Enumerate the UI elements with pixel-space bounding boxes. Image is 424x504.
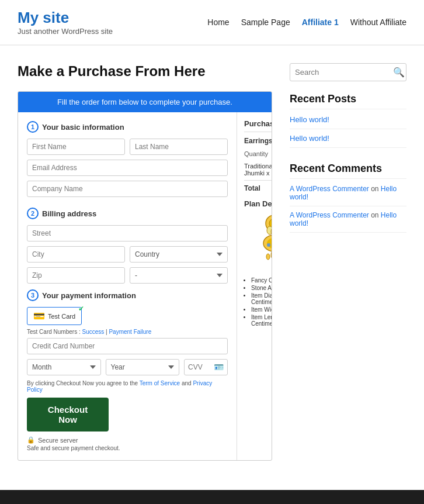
city-country-row: Country bbox=[27, 246, 228, 263]
recent-posts-section: Recent Posts Hello world! Hello world! bbox=[290, 93, 406, 148]
earring-image bbox=[253, 213, 273, 277]
cvv-input[interactable] bbox=[188, 363, 211, 371]
cvv-box: 🪪 bbox=[184, 359, 228, 375]
site-tagline: Just another WordPress site bbox=[18, 27, 113, 36]
main-content: Make a Purchase From Here Fill the order… bbox=[18, 63, 272, 461]
sidebar: 🔍 Recent Posts Hello world! Hello world!… bbox=[290, 63, 406, 461]
svg-point-12 bbox=[266, 254, 270, 260]
feature-3: Item Diameter - 12.00 Centimeters bbox=[251, 292, 272, 305]
feature-4: Item Width - 5.00 Centimeters bbox=[251, 306, 272, 313]
secure-note: Safe and secure payment checkout. bbox=[27, 445, 228, 451]
step3-title: 3 Your payment information bbox=[27, 289, 228, 301]
country-select[interactable]: Country bbox=[130, 246, 228, 263]
recent-posts-title: Recent Posts bbox=[290, 93, 406, 109]
test-card-note: Test Card Numbers : Success | Payment Fa… bbox=[27, 329, 228, 335]
feature-2: Stone American Diamond bbox=[251, 285, 272, 291]
site-footer: Colorway Theme Footer is widgetized. To … bbox=[0, 490, 424, 504]
step3-num: 3 bbox=[27, 289, 39, 301]
cvv-icon: 🪪 bbox=[214, 363, 224, 372]
product-desc: Traditional Gold Plated Jhumki x 1 bbox=[244, 163, 272, 177]
check-badge: ✔ bbox=[78, 305, 84, 313]
month-select[interactable]: Month bbox=[27, 359, 101, 375]
nav-home[interactable]: Home bbox=[207, 18, 229, 27]
plan-features: Fancy Crystal Studs Jhumka Stone America… bbox=[244, 277, 272, 327]
step2-title: 2 Billing address bbox=[27, 208, 228, 219]
nav-sample-page[interactable]: Sample Page bbox=[241, 18, 290, 27]
search-input[interactable] bbox=[295, 68, 393, 77]
checkout-header: Fill the order form below to complete yo… bbox=[18, 92, 272, 112]
post-link-2[interactable]: Hello world! bbox=[290, 134, 406, 148]
feature-5: Item Length - 10.00 Centimeters bbox=[251, 314, 272, 327]
svg-point-11 bbox=[271, 250, 273, 260]
recent-comments-section: Recent Comments A WordPress Commenter on… bbox=[290, 163, 406, 233]
terms-link[interactable]: Term of Service bbox=[140, 380, 180, 386]
year-select[interactable]: Year bbox=[106, 359, 180, 375]
step1-num: 1 bbox=[27, 121, 39, 133]
purchase-details-title: Purchase Details bbox=[244, 119, 272, 132]
form-section: 1 Your basic information 2 Billing addre… bbox=[18, 112, 237, 460]
svg-point-9 bbox=[272, 245, 273, 248]
total-label: Total bbox=[244, 184, 260, 192]
first-name-input[interactable] bbox=[27, 139, 125, 155]
last-name-input[interactable] bbox=[130, 139, 228, 155]
comment-1: A WordPress Commenter on Hello world! bbox=[290, 185, 406, 206]
checkout-now-button[interactable]: Checkout Now bbox=[27, 398, 109, 431]
purchase-section: Purchase Details Earrings Quantity Tradi… bbox=[237, 112, 272, 460]
cvv-row: Month Year 🪪 bbox=[27, 359, 228, 375]
search-icon[interactable]: 🔍 bbox=[393, 67, 405, 78]
company-input[interactable] bbox=[27, 181, 228, 197]
page-title: Make a Purchase From Here bbox=[18, 63, 272, 80]
credit-card-input[interactable] bbox=[27, 338, 228, 354]
recent-comments-title: Recent Comments bbox=[290, 163, 406, 179]
product-name: Earrings bbox=[244, 137, 272, 145]
zip-input[interactable] bbox=[27, 267, 125, 284]
checkout-body: 1 Your basic information 2 Billing addre… bbox=[18, 112, 272, 460]
card-icon: 💳 bbox=[33, 310, 45, 322]
quantity-row: Quantity bbox=[244, 149, 272, 159]
total-row: Total $12.00 bbox=[244, 180, 272, 192]
comment-2: A WordPress Commenter on Hello world! bbox=[290, 211, 406, 233]
nav-without-affiliate[interactable]: Without Affiliate bbox=[350, 18, 406, 27]
city-input[interactable] bbox=[27, 246, 125, 263]
lock-icon: 🔒 bbox=[27, 436, 35, 444]
street-input[interactable] bbox=[27, 225, 228, 241]
nav-affiliate1[interactable]: Affiliate 1 bbox=[302, 18, 339, 27]
checkout-box: Fill the order form below to complete yo… bbox=[18, 91, 272, 461]
site-branding: My site Just another WordPress site bbox=[18, 9, 113, 36]
step1-title: 1 Your basic information bbox=[27, 121, 228, 133]
product-price-row: Traditional Gold Plated Jhumki x 1 $12.0… bbox=[244, 163, 272, 177]
step2-num: 2 bbox=[27, 208, 39, 219]
failure-link[interactable]: Payment Failure bbox=[109, 329, 151, 335]
test-card-button[interactable]: 💳 Test Card ✔ bbox=[27, 307, 82, 325]
state-select[interactable]: - bbox=[130, 267, 228, 284]
svg-point-8 bbox=[267, 243, 270, 247]
feature-1: Fancy Crystal Studs Jhumka bbox=[251, 277, 272, 284]
terms-note: By clicking Checkout Now you agree to th… bbox=[27, 380, 228, 393]
commenter-link-2[interactable]: A WordPress Commenter bbox=[290, 211, 369, 219]
post-link-1[interactable]: Hello world! bbox=[290, 115, 406, 129]
main-container: Make a Purchase From Here Fill the order… bbox=[0, 46, 424, 478]
secure-server: 🔒 Secure server bbox=[27, 436, 228, 444]
site-nav: Home Sample Page Affiliate 1 Without Aff… bbox=[207, 18, 406, 27]
success-link[interactable]: Success bbox=[82, 329, 104, 335]
commenter-link-1[interactable]: A WordPress Commenter bbox=[290, 185, 369, 193]
quantity-label: Quantity bbox=[244, 150, 268, 157]
zip-row: - bbox=[27, 267, 228, 284]
email-input[interactable] bbox=[27, 160, 228, 176]
name-row bbox=[27, 139, 228, 155]
site-header: My site Just another WordPress site Home… bbox=[0, 0, 424, 45]
site-title: My site bbox=[18, 9, 113, 27]
search-box: 🔍 bbox=[290, 63, 406, 81]
plan-title: Plan Details bbox=[244, 199, 272, 208]
